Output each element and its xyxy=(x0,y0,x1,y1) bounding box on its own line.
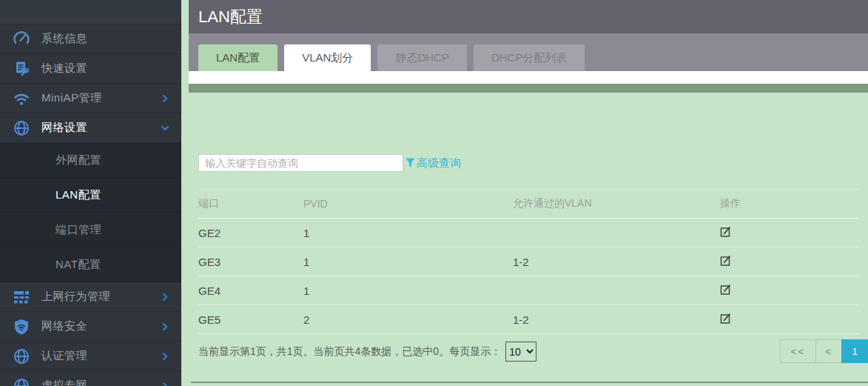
tab-dhcp-list[interactable]: DHCP分配列表 xyxy=(474,44,585,71)
sidebar-subitem-port-management[interactable]: 端口管理 xyxy=(0,213,181,247)
sidebar-item-vpn[interactable]: 虚拟专网 xyxy=(0,371,181,386)
bottom-divider xyxy=(191,382,868,383)
chevron-down-icon xyxy=(159,122,171,134)
table-header-row: 端口 PVID 允许通过的VLAN 操作 xyxy=(198,190,858,219)
table-row: GE2 1 xyxy=(198,219,858,247)
sidebar-item-label: 认证管理 xyxy=(41,349,159,363)
main-panel: LAN配置 LAN配置 VLAN划分 静态DHCP DHCP分配列表 高级查询 … xyxy=(189,0,868,386)
sidebar-item-behavior-management[interactable]: 上网行为管理 xyxy=(0,282,181,312)
sidebar-item-label: 快速设置 xyxy=(41,61,171,76)
behavior-icon xyxy=(12,288,31,306)
page-1-button[interactable]: 1 xyxy=(841,339,868,363)
subitem-label: NAT配置 xyxy=(55,258,101,272)
sidebar-item-system-info[interactable]: 系统信息 xyxy=(0,24,181,54)
wifi-icon xyxy=(12,90,31,107)
tab-static-dhcp[interactable]: 静态DHCP xyxy=(377,44,467,71)
sidebar-item-label: MiniAP管理 xyxy=(41,91,159,105)
cell-pvid: 1 xyxy=(303,219,513,247)
tab-lan-config[interactable]: LAN配置 xyxy=(198,44,277,71)
tab-vlan-division[interactable]: VLAN划分 xyxy=(284,44,371,71)
cell-vlan: 1-2 xyxy=(513,247,720,276)
sidebar-item-label: 网络设置 xyxy=(41,121,159,135)
cell-vlan xyxy=(513,276,720,305)
sidebar-item-label: 网络安全 xyxy=(41,319,159,333)
search-input[interactable] xyxy=(198,154,403,172)
white-strip xyxy=(189,71,868,84)
sidebar-subitem-wan-config[interactable]: 外网配置 xyxy=(0,143,181,178)
sidebar: 系统信息 快速设置 MiniAP管理 网络设置 外网配置 LAN配置 端口管理 xyxy=(0,0,181,386)
sidebar-item-network-security[interactable]: 网络安全 xyxy=(0,312,181,342)
cell-pvid: 1 xyxy=(303,247,513,276)
sidebar-item-network-settings[interactable]: 网络设置 xyxy=(0,113,181,143)
column-header-action: 操作 xyxy=(720,190,858,219)
shield-wifi-icon xyxy=(12,318,31,336)
cell-port: GE2 xyxy=(198,219,303,247)
cell-port: GE5 xyxy=(198,305,303,334)
edit-icon[interactable] xyxy=(720,313,732,325)
subitem-label: 外网配置 xyxy=(55,153,101,167)
gauge-icon xyxy=(12,30,31,48)
vlan-content: 高级查询 端口 PVID 允许通过的VLAN 操作 GE2 1 xyxy=(189,93,868,386)
cell-pvid: 1 xyxy=(303,276,513,305)
chevron-right-icon xyxy=(159,380,171,386)
column-header-vlan: 允许通过的VLAN xyxy=(513,190,720,219)
sidebar-item-label: 上网行为管理 xyxy=(41,290,159,304)
cell-port: GE3 xyxy=(198,247,303,276)
pager-buttons: << < 1 xyxy=(781,339,868,363)
globe-icon xyxy=(12,347,31,365)
subitem-label: LAN配置 xyxy=(55,188,101,202)
table-row: GE5 2 1-2 xyxy=(198,305,858,334)
chevron-right-icon xyxy=(159,321,171,333)
first-page-button[interactable]: << xyxy=(780,339,816,363)
pagination-row: 当前显示第1页，共1页。当前页共4条数据，已选中0。每页显示： 10 << < … xyxy=(198,339,868,364)
cell-port: GE4 xyxy=(198,276,303,305)
cell-vlan xyxy=(513,219,720,247)
sidebar-item-label: 虚拟专网 xyxy=(41,379,159,386)
sidebar-item-auth-management[interactable]: 认证管理 xyxy=(0,342,181,371)
advanced-query-link[interactable]: 高级查询 xyxy=(406,156,461,170)
column-header-port: 端口 xyxy=(198,190,303,219)
sidebar-item-miniap[interactable]: MiniAP管理 xyxy=(0,84,181,113)
globe-icon xyxy=(12,119,31,137)
cell-pvid: 2 xyxy=(303,305,513,334)
olive-strip xyxy=(189,84,868,93)
prev-page-button[interactable]: < xyxy=(815,339,842,363)
chevron-right-icon xyxy=(159,93,171,104)
column-header-pvid: PVID xyxy=(303,190,513,219)
chevron-right-icon xyxy=(159,350,171,362)
sidebar-subitem-nat-config[interactable]: NAT配置 xyxy=(0,247,181,282)
chevron-right-icon xyxy=(159,291,171,303)
subitem-label: 端口管理 xyxy=(55,223,101,237)
page-title: LAN配置 xyxy=(198,6,263,28)
cell-vlan: 1-2 xyxy=(513,305,720,334)
sidebar-item-quick-setup[interactable]: 快速设置 xyxy=(0,54,181,84)
sidebar-logo-area xyxy=(0,0,181,24)
table-row: GE3 1 1-2 xyxy=(198,247,858,276)
advanced-query-label: 高级查询 xyxy=(417,156,461,170)
search-row: 高级查询 xyxy=(198,154,461,172)
edit-icon[interactable] xyxy=(720,226,732,238)
page-size-select[interactable]: 10 xyxy=(505,342,536,362)
pagination-summary: 当前显示第1页，共1页。当前页共4条数据，已选中0。每页显示： xyxy=(198,345,501,359)
vlan-table: 端口 PVID 允许通过的VLAN 操作 GE2 1 GE3 1 1-2 xyxy=(198,189,858,334)
edit-icon[interactable] xyxy=(720,284,732,296)
edit-icon[interactable] xyxy=(720,255,732,267)
quick-setup-icon xyxy=(12,60,31,78)
sidebar-subitem-lan-config[interactable]: LAN配置 xyxy=(0,178,181,213)
sidebar-item-label: 系统信息 xyxy=(41,32,171,46)
table-row: GE4 1 xyxy=(198,276,858,305)
page-header: LAN配置 xyxy=(189,0,868,33)
funnel-icon xyxy=(406,158,415,168)
tab-bar: LAN配置 VLAN划分 静态DHCP DHCP分配列表 xyxy=(189,33,868,71)
globe-icon xyxy=(12,377,31,386)
network-settings-submenu: 外网配置 LAN配置 端口管理 NAT配置 xyxy=(0,143,181,282)
